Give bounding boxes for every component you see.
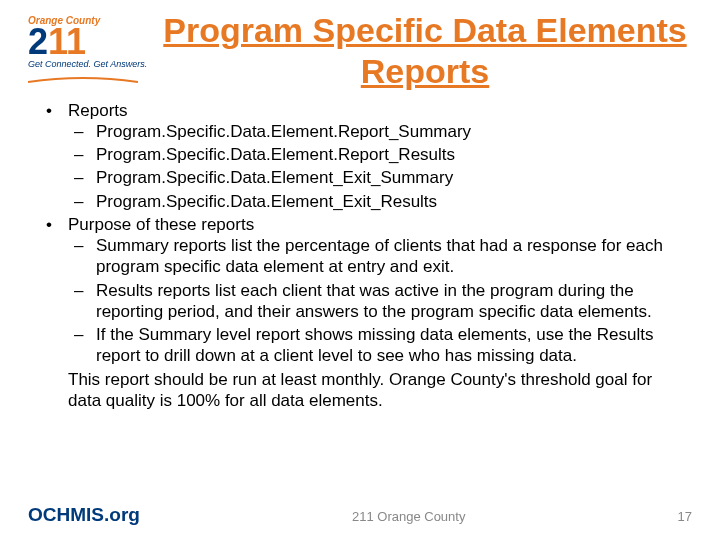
sub-list: Program.Specific.Data.Element.Report_Sum… bbox=[68, 121, 686, 212]
logo-211: Orange County 2 11 Get Connected. Get An… bbox=[28, 8, 158, 87]
slide-title: Program Specific Data Elements Reports bbox=[158, 8, 692, 100]
logo-tagline: Get Connected. Get Answers. bbox=[28, 59, 158, 69]
content: Reports Program.Specific.Data.Element.Re… bbox=[28, 100, 692, 412]
footer: OCHMIS.org 211 Orange County 17 bbox=[28, 504, 692, 526]
footer-center: 211 Orange County bbox=[140, 509, 678, 524]
list-item: Summary reports list the percentage of c… bbox=[68, 235, 686, 278]
list-item: Results reports list each client that wa… bbox=[68, 280, 686, 323]
logo-digit-2: 2 bbox=[28, 28, 48, 57]
logo-swoosh-icon bbox=[28, 77, 138, 83]
purpose-heading: Purpose of these reports bbox=[68, 215, 254, 234]
bullet-list: Reports Program.Specific.Data.Element.Re… bbox=[40, 100, 686, 412]
sub-list: Summary reports list the percentage of c… bbox=[68, 235, 686, 367]
list-item: Reports Program.Specific.Data.Element.Re… bbox=[40, 100, 686, 212]
header: Orange County 2 11 Get Connected. Get An… bbox=[28, 8, 692, 100]
logo-digit-11: 11 bbox=[48, 28, 84, 57]
list-item: Purpose of these reports Summary reports… bbox=[40, 214, 686, 411]
closing-text: This report should be run at least month… bbox=[68, 369, 686, 412]
logo-digits: 2 11 bbox=[28, 28, 158, 57]
footer-left: OCHMIS.org bbox=[28, 504, 140, 526]
list-item: Program.Specific.Data.Element_Exit_Summa… bbox=[68, 167, 686, 188]
list-item: If the Summary level report shows missin… bbox=[68, 324, 686, 367]
slide: Orange County 2 11 Get Connected. Get An… bbox=[0, 0, 720, 540]
reports-heading: Reports bbox=[68, 101, 128, 120]
list-item: Program.Specific.Data.Element.Report_Sum… bbox=[68, 121, 686, 142]
list-item: Program.Specific.Data.Element.Report_Res… bbox=[68, 144, 686, 165]
slide-number: 17 bbox=[678, 509, 692, 524]
list-item: Program.Specific.Data.Element_Exit_Resul… bbox=[68, 191, 686, 212]
